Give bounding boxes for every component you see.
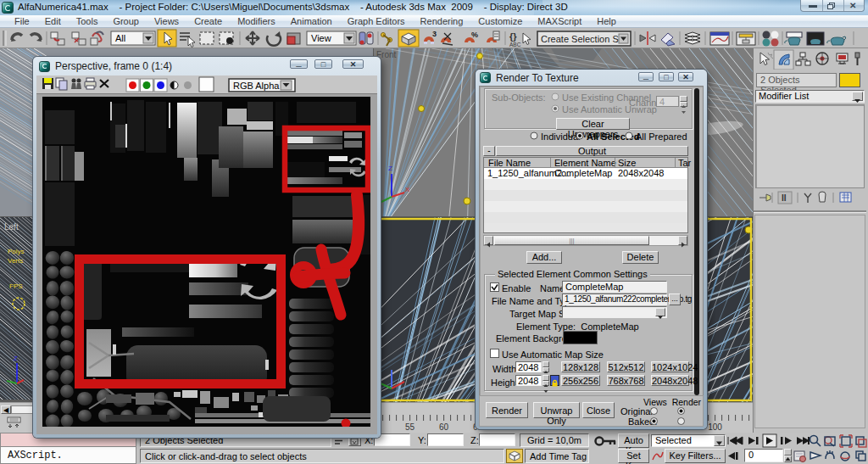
svg-text:60: 60 bbox=[439, 422, 449, 432]
svg-text:{}: {} bbox=[509, 31, 517, 42]
svg-text:RGB Alpha: RGB Alpha bbox=[233, 81, 280, 91]
svg-text:%: % bbox=[471, 31, 478, 39]
svg-text:FPS: FPS bbox=[9, 282, 23, 290]
svg-text:Verts: Verts bbox=[8, 257, 23, 265]
svg-text:Left: Left bbox=[4, 222, 19, 232]
svg-text:Create Selection Set: Create Selection Set bbox=[541, 34, 626, 44]
svg-text:3: 3 bbox=[432, 30, 437, 38]
svg-text:Z: Z bbox=[14, 355, 18, 362]
svg-text:II: II bbox=[782, 193, 787, 203]
svg-text:Polys: Polys bbox=[8, 248, 25, 255]
svg-text:ABC: ABC bbox=[509, 42, 521, 48]
svg-text:Z: Z bbox=[388, 165, 392, 172]
svg-text:55: 55 bbox=[405, 422, 415, 432]
svg-text:All: All bbox=[115, 33, 125, 43]
svg-text:100: 100 bbox=[708, 422, 722, 432]
svg-text:X: X bbox=[405, 186, 410, 193]
svg-text:View: View bbox=[311, 33, 331, 43]
